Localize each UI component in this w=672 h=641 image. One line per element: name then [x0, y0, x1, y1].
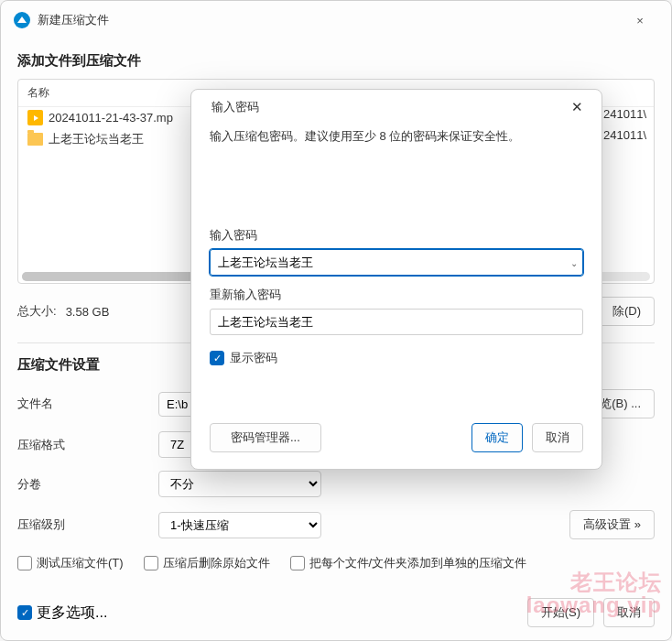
- file-path: 241011\: [603, 128, 646, 142]
- total-size-label: 总大小:: [17, 303, 57, 320]
- confirm-password-input[interactable]: [210, 309, 583, 335]
- ok-button[interactable]: 确定: [471, 423, 523, 452]
- format-label: 压缩格式: [17, 437, 146, 453]
- app-icon: [14, 12, 30, 28]
- remove-button[interactable]: 除(D): [599, 297, 655, 326]
- footer: ✓ 更多选项... 开始(S) 取消: [17, 598, 655, 627]
- main-window: 新建压缩文件 × 添加文件到压缩文件 名称 20241011-21-43-37.…: [0, 0, 672, 641]
- titlebar: 新建压缩文件 ×: [1, 1, 671, 39]
- split-row: 分卷 不分: [1, 464, 671, 504]
- add-files-heading: 添加文件到压缩文件: [1, 39, 671, 79]
- more-options-checkbox[interactable]: ✓ 更多选项...: [17, 603, 107, 623]
- show-password-checkbox[interactable]: ✓ 显示密码: [210, 350, 583, 366]
- password-dialog: 输入密码 ✕ 输入压缩包密码。建议使用至少 8 位的密码来保证安全性。 输入密码…: [190, 89, 602, 470]
- chevron-down-icon[interactable]: ⌄: [570, 257, 578, 267]
- confirm-password-label: 重新输入密码: [210, 287, 583, 303]
- file-path: 241011\: [603, 107, 646, 121]
- checkbox-icon: [290, 556, 305, 570]
- folder-icon: [27, 133, 43, 146]
- dialog-titlebar: 输入密码 ✕: [191, 90, 602, 125]
- level-select[interactable]: 1-快速压缩: [158, 512, 321, 538]
- split-select[interactable]: 不分: [158, 471, 321, 497]
- cancel-button[interactable]: 取消: [603, 598, 655, 627]
- delete-originals-checkbox[interactable]: 压缩后删除原始文件: [144, 555, 270, 571]
- test-archive-checkbox[interactable]: 测试压缩文件(T): [17, 555, 124, 571]
- separate-archives-checkbox[interactable]: 把每个文件/文件夹添加到单独的压缩文件: [290, 555, 527, 571]
- dialog-cancel-button[interactable]: 取消: [532, 423, 583, 452]
- close-button[interactable]: ×: [622, 9, 658, 31]
- total-size-value: 3.58 GB: [66, 305, 110, 319]
- checkbox-checked-icon: ✓: [17, 605, 32, 620]
- checkbox-icon: [17, 556, 32, 570]
- close-icon[interactable]: ✕: [566, 99, 589, 115]
- checkbox-checked-icon: ✓: [210, 351, 224, 365]
- file-name: 上老王论坛当老王: [49, 131, 144, 147]
- level-label: 压缩级别: [17, 516, 146, 533]
- window-title: 新建压缩文件: [38, 12, 109, 28]
- file-name: 20241011-21-43-37.mp: [49, 111, 173, 125]
- checkbox-row: 测试压缩文件(T) 压缩后删除原始文件 把每个文件/文件夹添加到单独的压缩文件: [1, 546, 671, 581]
- advanced-button[interactable]: 高级设置 »: [569, 510, 655, 539]
- dialog-title: 输入密码: [211, 99, 558, 115]
- password-input[interactable]: [210, 249, 583, 276]
- password-label: 输入密码: [210, 227, 583, 244]
- password-hint: 输入压缩包密码。建议使用至少 8 位的密码来保证安全性。: [210, 128, 583, 145]
- filename-label: 文件名: [17, 396, 146, 412]
- split-label: 分卷: [17, 476, 146, 493]
- password-manager-button[interactable]: 密码管理器...: [210, 423, 321, 452]
- video-icon: [27, 110, 43, 125]
- checkbox-icon: [144, 556, 158, 570]
- start-button[interactable]: 开始(S): [527, 598, 594, 627]
- level-row: 压缩级别 1-快速压缩 高级设置 »: [1, 504, 671, 546]
